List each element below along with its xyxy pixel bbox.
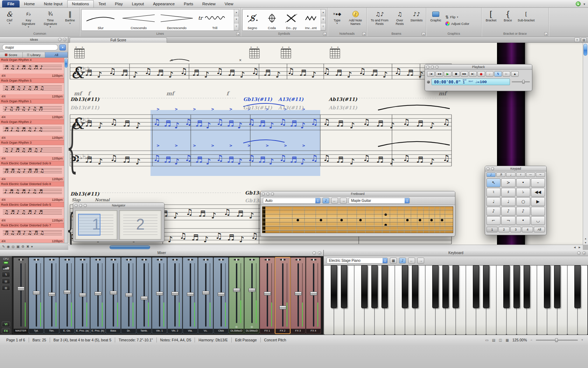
menu-tab-review[interactable]: Review (198, 0, 220, 7)
dynamic-marking[interactable]: mf (166, 90, 176, 97)
note-glyph[interactable]: ♪ (269, 121, 274, 130)
fader-handle[interactable] (295, 292, 302, 295)
navigator-title-bar[interactable]: Navigator (73, 203, 164, 208)
pan-slider[interactable] (311, 259, 316, 260)
piano-black-key[interactable] (382, 265, 388, 308)
idea-item[interactable]: Rock Electric Guitar Distorted Solo 8♪♬♫… (0, 182, 64, 203)
flexi-time-button[interactable]: ϟ (494, 71, 502, 77)
graphic-button[interactable]: Graphic (428, 9, 444, 32)
mixer-channel-master[interactable]: MASTER (13, 257, 28, 334)
horizontal-scroll-thumb[interactable] (110, 245, 150, 249)
beams-over-rests-button[interactable]: ♫ Over Rests (392, 9, 408, 32)
window-zoom-button[interactable] (435, 66, 439, 69)
fader-handle[interactable] (125, 293, 132, 297)
keypad-key[interactable]: ⌐ (486, 216, 500, 225)
note-glyph[interactable]: ♫ (180, 231, 187, 240)
pan-slider[interactable] (64, 259, 70, 260)
fader-handle[interactable] (64, 290, 71, 294)
piano-black-key[interactable] (341, 265, 347, 308)
note-glyph[interactable]: ♬ (156, 68, 164, 77)
note-glyph[interactable]: ♬ (336, 155, 344, 164)
note-glyph[interactable]: ♫ (185, 154, 192, 163)
note-glyph[interactable]: ♬ (336, 119, 344, 128)
keypad-key[interactable]: ♭ (516, 188, 530, 197)
window-zoom-button[interactable] (271, 192, 274, 196)
window-close-button[interactable] (75, 204, 78, 207)
keypad-key[interactable]: ♮ (486, 188, 500, 197)
keypad-layout-jazz-articulations[interactable]: — (526, 172, 535, 177)
mixer-title-bar[interactable]: Mixer ◦ × (0, 250, 323, 256)
chord-symbol[interactable]: Db13(#11) (70, 96, 99, 102)
dynamic-marking[interactable]: mf (439, 90, 448, 97)
note-glyph[interactable]: ♪ (133, 70, 138, 79)
gallery-scroll-buttons[interactable]: ▲▼≡ (321, 9, 326, 30)
keypad-voice-4[interactable]: 4 (522, 227, 533, 232)
piano-black-key[interactable] (442, 265, 449, 308)
chord-symbol[interactable]: Gb13(#11) (243, 105, 272, 110)
fast-forward-button[interactable]: ▶▶ (461, 71, 468, 77)
note-glyph[interactable]: ♪ (240, 70, 245, 79)
window-zoom-button[interactable] (84, 204, 87, 207)
note-glyph[interactable]: ♬ (164, 119, 171, 128)
strip-view-button[interactable]: ▤ (2, 278, 10, 284)
plugin-badge-icon[interactable]: ◎ (245, 325, 259, 329)
note-glyph[interactable]: ♪ (390, 157, 395, 166)
fretboard-mode-select[interactable]: Auto ▲▼ (263, 198, 321, 204)
notehead-type-button[interactable]: ×●◆ Type ▾ (329, 9, 345, 32)
mixer-channel-dlsmscd[interactable]: ◎DLSMscD (244, 257, 259, 334)
detach-panel-button[interactable]: ◦ (313, 251, 316, 255)
fader-handle[interactable] (233, 288, 240, 292)
status-item[interactable]: Harmony: Db13/E (195, 338, 231, 342)
gallery-item-trill[interactable]: tr Trill (196, 9, 234, 30)
horizontal-scrollbar[interactable]: ◀ ▶ (68, 245, 583, 250)
play-button[interactable]: ▶ (444, 71, 451, 77)
chord-symbol[interactable]: Ab13(#11) (328, 105, 357, 110)
metronome-button[interactable]: ▲ (511, 71, 519, 77)
piano-black-key[interactable] (453, 265, 459, 308)
ideas-tab-all[interactable]: All (45, 52, 68, 57)
fader-handle[interactable] (310, 292, 317, 295)
chord-symbol[interactable]: Db13(#11) (70, 191, 99, 197)
mixer-channel-vla-[interactable]: Vla. (183, 257, 198, 334)
note-glyph[interactable]: ♫ (323, 117, 330, 127)
navigator-page-1[interactable]: 1 (75, 210, 117, 240)
note-glyph[interactable]: ♪ (135, 157, 141, 166)
note-glyph[interactable]: ♪ (311, 70, 316, 79)
gallery-item-invisible-ornament[interactable]: Inv...ent (301, 9, 321, 30)
note-glyph[interactable]: ♬ (164, 155, 171, 164)
note-glyph[interactable]: ♬ (258, 119, 266, 128)
note-glyph[interactable]: ♫ (180, 67, 188, 76)
fader-handle[interactable] (248, 288, 255, 292)
note-glyph[interactable]: ♬ (258, 155, 266, 164)
gallery-item-coda[interactable]: Coda (262, 9, 282, 30)
piano-black-key[interactable] (361, 265, 368, 308)
mixer-channel-vc-[interactable]: Vc. (198, 257, 213, 334)
ideas-title-bar[interactable]: Ideas ◦ × (0, 37, 68, 43)
gallery-scroll-buttons[interactable]: ▲▼≡ (234, 9, 239, 30)
idea-item[interactable]: Rock Electric Guitar Distorted Solo 7♬♫♬… (0, 223, 64, 243)
ideas-tab-score[interactable]: Score (0, 52, 23, 57)
keypad-key[interactable]: ↖ (486, 178, 500, 187)
capture-idea-icon[interactable]: ◉ (7, 244, 10, 250)
piano-black-key[interactable] (331, 265, 337, 308)
note-glyph[interactable]: ♪ (204, 70, 209, 79)
status-item[interactable]: Page 1 of 6 (3, 338, 29, 342)
idea-item[interactable]: Rock Organ Rhythm 2♬♪♫♬♫♪♫4/4120bpm (0, 120, 64, 141)
status-item[interactable]: Edit Passage (232, 338, 260, 342)
mixer-channel-fx-2[interactable]: FX 2 (275, 257, 290, 334)
keypad-key[interactable]: ○ (516, 197, 530, 206)
note-glyph[interactable]: ♫ (394, 67, 402, 76)
keypad-layout-accidentals[interactable]: ~ (536, 172, 545, 177)
fretboard-title-bar[interactable]: Fretboard (260, 191, 455, 197)
note-glyph[interactable]: ♬ (376, 119, 384, 128)
note-glyph[interactable]: ♬ (198, 209, 206, 218)
status-item[interactable]: Timecode: 7.2"-10.1" (115, 338, 156, 342)
status-item[interactable]: Concert Pitch (261, 338, 290, 342)
dynamic-marking[interactable]: f (88, 90, 92, 97)
note-glyph[interactable]: ♫ (110, 117, 118, 127)
window-minimize-button[interactable] (491, 167, 494, 170)
pan-slider[interactable] (111, 259, 116, 260)
bracket-dialog-launcher[interactable]: ↘ (544, 32, 548, 36)
fretboard-instrument-select[interactable]: Maple Guitar ▲▼ (349, 198, 410, 204)
barline-button[interactable]: ∥ Barline ▾ (62, 9, 78, 32)
